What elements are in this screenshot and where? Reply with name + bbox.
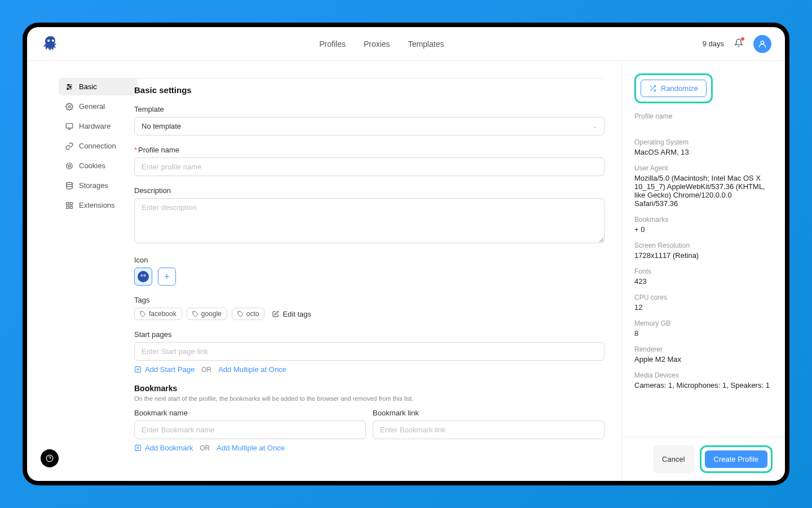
svg-line-36 bbox=[650, 86, 652, 87]
info-value: Apple M2 Max bbox=[634, 355, 773, 364]
svg-point-8 bbox=[67, 88, 68, 89]
sidebar-item-label: Cookies bbox=[79, 161, 105, 170]
sidebar-item-label: Hardware bbox=[79, 122, 111, 130]
summary-profile-name-value bbox=[634, 122, 773, 130]
create-profile-button[interactable]: Create Profile bbox=[705, 450, 767, 468]
start-page-input[interactable] bbox=[134, 342, 604, 361]
highlight-randomize: Randomize bbox=[634, 73, 713, 103]
info-label: Screen Resolution bbox=[634, 242, 773, 249]
svg-point-26 bbox=[141, 275, 142, 276]
info-label: Fonts bbox=[634, 268, 773, 275]
help-button[interactable] bbox=[41, 449, 59, 467]
info-value: 8 bbox=[634, 329, 773, 338]
svg-point-27 bbox=[144, 275, 145, 276]
profile-name-input[interactable] bbox=[134, 157, 604, 176]
octo-icon bbox=[136, 270, 150, 283]
nav-proxies[interactable]: Proxies bbox=[364, 40, 390, 49]
edit-tags-button[interactable]: Edit tags bbox=[272, 310, 311, 318]
svg-rect-22 bbox=[67, 206, 69, 208]
icon-add-button[interactable]: + bbox=[158, 268, 176, 286]
info-label: Bookmarks bbox=[634, 216, 773, 224]
or-separator: OR bbox=[201, 366, 211, 374]
profile-summary-panel: Randomize Profile name Operating System … bbox=[621, 61, 785, 481]
sidebar-item-label: General bbox=[79, 102, 105, 111]
tag-octo[interactable]: octo bbox=[232, 308, 265, 320]
cookie-icon bbox=[65, 162, 73, 170]
svg-rect-19 bbox=[67, 202, 69, 204]
bookmarks-desc: On the next start of the profile, the bo… bbox=[134, 395, 604, 402]
description-input[interactable] bbox=[134, 198, 604, 243]
icon-label: Icon bbox=[134, 256, 604, 264]
tag-facebook[interactable]: facebook bbox=[134, 308, 182, 320]
info-value: + 0 bbox=[634, 225, 773, 234]
puzzle-icon bbox=[65, 202, 73, 209]
sidebar-item-label: Basic bbox=[79, 82, 97, 91]
main-form: Basic settings Template No template ⌄ *P… bbox=[123, 61, 621, 481]
svg-point-18 bbox=[67, 182, 73, 185]
svg-point-0 bbox=[47, 40, 50, 42]
svg-point-16 bbox=[68, 167, 69, 167]
bookmark-name-input[interactable] bbox=[134, 421, 366, 439]
start-pages-label: Start pages bbox=[134, 330, 604, 339]
icon-option-octo[interactable] bbox=[134, 268, 152, 286]
question-icon bbox=[46, 454, 54, 462]
cancel-button[interactable]: Cancel bbox=[653, 445, 694, 473]
user-avatar[interactable] bbox=[753, 35, 771, 53]
template-select[interactable]: No template ⌄ bbox=[134, 117, 604, 135]
tags-label: Tags bbox=[134, 296, 604, 304]
or-separator: OR bbox=[200, 444, 210, 452]
basic-settings-title: Basic settings bbox=[134, 85, 604, 95]
svg-point-2 bbox=[761, 41, 764, 43]
template-label: Template bbox=[134, 105, 604, 113]
svg-rect-21 bbox=[70, 206, 72, 208]
add-start-page-button[interactable]: Add Start Page bbox=[134, 365, 195, 374]
svg-point-14 bbox=[68, 165, 69, 165]
randomize-button[interactable]: Randomize bbox=[641, 80, 707, 97]
tag-google[interactable]: google bbox=[187, 308, 227, 320]
database-icon bbox=[65, 182, 73, 190]
user-icon bbox=[758, 40, 767, 49]
info-label: User Agent bbox=[634, 164, 773, 172]
info-value: 1728x1117 (Retina) bbox=[634, 251, 773, 260]
link-icon bbox=[65, 142, 73, 150]
svg-point-13 bbox=[67, 163, 73, 169]
sidebar-item-label: Extensions bbox=[79, 201, 115, 209]
bookmark-link-input[interactable] bbox=[373, 421, 604, 439]
nav-profiles[interactable]: Profiles bbox=[319, 40, 346, 49]
add-bookmark-button[interactable]: Add Bookmark bbox=[134, 444, 193, 452]
settings-sidebar: Basic General Hardware Connection Cookie… bbox=[27, 61, 123, 481]
svg-point-9 bbox=[68, 106, 70, 108]
tag-icon bbox=[192, 311, 198, 317]
monitor-icon bbox=[65, 122, 73, 130]
plus-square-icon bbox=[134, 444, 142, 452]
bookmark-name-label: Bookmark name bbox=[134, 409, 366, 417]
add-multiple-start-button[interactable]: Add Multiple at Once bbox=[218, 365, 286, 374]
info-value: Cameras: 1, Microphones: 1, Speakers: 1 bbox=[634, 381, 773, 389]
plus-square-icon bbox=[134, 366, 142, 373]
notifications-button[interactable] bbox=[734, 38, 743, 50]
svg-point-17 bbox=[70, 166, 70, 167]
highlight-create: Create Profile bbox=[700, 445, 773, 473]
tag-icon bbox=[140, 311, 146, 317]
info-value: Mozilla/5.0 (Macintosh; Intel Mac OS X 1… bbox=[634, 174, 773, 208]
svg-point-7 bbox=[70, 86, 71, 87]
nav-templates[interactable]: Templates bbox=[408, 40, 444, 49]
sliders-icon bbox=[65, 83, 73, 91]
svg-point-15 bbox=[70, 164, 70, 165]
svg-rect-20 bbox=[70, 202, 72, 204]
template-value: No template bbox=[142, 122, 181, 130]
action-bar: Cancel Create Profile bbox=[621, 437, 785, 481]
plus-icon: + bbox=[164, 271, 169, 282]
bookmarks-title: Bookmarks bbox=[134, 384, 604, 393]
add-multiple-bookmark-button[interactable]: Add Multiple at Once bbox=[217, 444, 285, 452]
shuffle-icon bbox=[649, 85, 656, 92]
sidebar-item-label: Connection bbox=[79, 142, 116, 150]
app-logo bbox=[41, 34, 61, 54]
svg-rect-10 bbox=[66, 123, 73, 128]
pencil-icon bbox=[272, 310, 279, 317]
sidebar-item-label: Storages bbox=[79, 181, 108, 190]
info-value: 12 bbox=[634, 303, 773, 312]
notification-dot-icon bbox=[741, 37, 744, 41]
profile-name-label: *Profile name bbox=[134, 146, 604, 154]
info-label: Memory GB bbox=[634, 319, 773, 327]
